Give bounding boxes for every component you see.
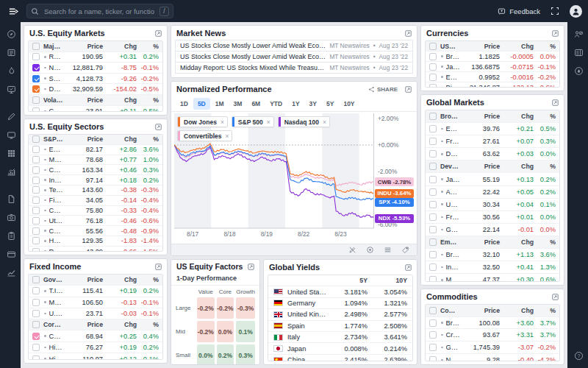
table-row[interactable]: Bitcoin 21,346.87 -132.13 -0.6% bbox=[426, 82, 559, 88]
search-input[interactable] bbox=[43, 7, 156, 16]
table-row[interactable]: Russell 2000 190.95 +0.31 0.2% bbox=[29, 52, 162, 63]
feedback-button[interactable]: Feedback bbox=[498, 7, 540, 15]
factor-cell[interactable]: 0.2% bbox=[217, 344, 234, 365]
factor-cell[interactable]: -0.3% bbox=[236, 297, 255, 319]
row-checkbox[interactable] bbox=[429, 213, 437, 221]
row-checkbox[interactable] bbox=[429, 176, 437, 183]
avatar[interactable] bbox=[570, 5, 582, 18]
expand-icon[interactable] bbox=[405, 86, 412, 93]
factor-cell[interactable]: -0.2% bbox=[217, 297, 234, 319]
table-row[interactable]: High Yield 76.27 +0.19 0.2% bbox=[29, 342, 162, 353]
table-row[interactable]: S&P Sector ETFs Price Chg % bbox=[29, 135, 162, 145]
fullscreen-icon[interactable] bbox=[551, 7, 559, 15]
row-checkbox[interactable] bbox=[429, 150, 437, 158]
tag-icon[interactable] bbox=[401, 246, 409, 254]
table-row[interactable]: Health Care 129.35 -1.83 -1.4% bbox=[29, 236, 162, 247]
table-row[interactable]: Cons. Discretionary 163.34 +0.46 0.3% bbox=[29, 165, 162, 175]
row-checkbox[interactable] bbox=[429, 138, 437, 145]
row-checkbox[interactable] bbox=[429, 276, 437, 282]
table-row[interactable]: Brent Crude 100.08 +3.60 3.7% bbox=[426, 317, 559, 330]
sidebar-item-help[interactable]: ? bbox=[567, 347, 588, 365]
range-button[interactable]: 3M bbox=[229, 98, 247, 110]
row-checkbox[interactable] bbox=[429, 263, 437, 271]
expand-icon[interactable] bbox=[155, 263, 162, 270]
legend-chip[interactable]: Dow Jones × bbox=[177, 116, 228, 127]
range-button[interactable]: 1M bbox=[211, 98, 229, 110]
row-checkbox[interactable] bbox=[429, 319, 437, 327]
row-checkbox[interactable] bbox=[429, 188, 437, 196]
legend-close-icon[interactable]: × bbox=[220, 118, 224, 126]
sidebar-item-camera[interactable] bbox=[0, 208, 21, 227]
sidebar-item-markets[interactable] bbox=[0, 62, 21, 80]
performance-chart[interactable]: Dow Jones × S&P 500 × bbox=[174, 113, 374, 230]
row-checkbox[interactable] bbox=[32, 287, 40, 294]
table-row[interactable]: Volatility Index Price Chg % bbox=[29, 95, 162, 106]
table-row[interactable]: United Kingdom 30.34 +0.04 0.1% bbox=[426, 199, 559, 211]
factor-cell[interactable]: 0.1% bbox=[236, 321, 255, 342]
legend-close-icon[interactable]: × bbox=[323, 118, 326, 126]
table-row[interactable]: Materials 78.68 +0.77 1.0% bbox=[29, 155, 162, 166]
row-checkbox[interactable] bbox=[32, 248, 40, 252]
range-button[interactable]: 3Y bbox=[305, 98, 321, 110]
annotations-off-icon[interactable] bbox=[348, 246, 356, 254]
table-row[interactable]: Major Indices & ETFs Price Chg % bbox=[29, 41, 162, 52]
row-checkbox[interactable] bbox=[32, 96, 40, 104]
row-checkbox[interactable] bbox=[32, 207, 40, 214]
news-item[interactable]: US Stocks Close Mostly Lower Amid Weak E… bbox=[175, 51, 413, 63]
sidebar-item-news[interactable] bbox=[567, 43, 588, 62]
sidebar-item-desktop[interactable] bbox=[0, 126, 21, 144]
share-button[interactable]: SHARE bbox=[368, 86, 398, 93]
row-checkbox[interactable] bbox=[429, 74, 437, 81]
sidebar-item-charts[interactable] bbox=[0, 163, 21, 181]
news-item[interactable]: Midday Report: US Stocks Mixed While Tre… bbox=[175, 62, 413, 74]
table-row[interactable]: Financials 34.05 -0.14 -0.4% bbox=[29, 196, 162, 206]
row-checkbox[interactable] bbox=[32, 333, 40, 340]
row-checkbox[interactable] bbox=[32, 64, 40, 71]
table-row[interactable]: Brazil 32.10 +1.13 3.6% bbox=[426, 249, 559, 261]
row-checkbox[interactable] bbox=[32, 107, 40, 112]
legend-close-icon[interactable]: × bbox=[267, 118, 270, 126]
table-row[interactable]: Gold 1,745.39 -3.07 -0.2% bbox=[426, 342, 559, 354]
range-button[interactable]: YTD bbox=[265, 98, 287, 110]
events-icon[interactable] bbox=[366, 246, 374, 254]
table-row[interactable]: T.I.P.S 115.41 +0.19 0.2% bbox=[29, 286, 162, 297]
row-checkbox[interactable] bbox=[32, 166, 40, 174]
table-row[interactable]: CBOE VIX 23.91 +0.11 0.5% bbox=[29, 106, 162, 112]
row-checkbox[interactable] bbox=[429, 226, 437, 233]
row-checkbox[interactable] bbox=[429, 356, 437, 361]
row-checkbox[interactable] bbox=[32, 197, 40, 204]
sidebar-item-analytics[interactable] bbox=[0, 263, 21, 282]
row-checkbox[interactable] bbox=[429, 344, 437, 351]
row-checkbox[interactable] bbox=[429, 307, 437, 314]
sidebar-item-watchlist[interactable] bbox=[0, 43, 21, 62]
sidebar-item-compass[interactable] bbox=[0, 25, 21, 43]
expand-icon[interactable] bbox=[405, 30, 412, 37]
row-checkbox[interactable] bbox=[429, 113, 437, 120]
table-row[interactable]: Energy 82.17 +2.86 3.6% bbox=[29, 145, 162, 155]
table-row[interactable]: Japanese Yen 136.6875 -0.0715 -0.1% bbox=[426, 62, 559, 72]
table-row[interactable]: Emerging Markets Price Chg % bbox=[426, 236, 559, 249]
sidebar-item-notes[interactable] bbox=[0, 107, 21, 126]
table-row[interactable]: Emerging 39.76 +0.21 0.5% bbox=[426, 123, 559, 135]
legend-chip[interactable]: Nasdaq 100 × bbox=[278, 116, 330, 127]
table-row[interactable]: India 32.50 +0.41 1.3% bbox=[426, 261, 559, 274]
row-checkbox[interactable] bbox=[429, 43, 437, 50]
sidebar-item-apps[interactable] bbox=[0, 144, 21, 163]
table-row[interactable]: S&P 500 4,128.73 -9.26 -0.2% bbox=[29, 74, 162, 85]
row-checkbox[interactable] bbox=[32, 355, 40, 360]
row-checkbox[interactable] bbox=[32, 186, 40, 194]
row-checkbox[interactable] bbox=[32, 53, 40, 60]
yield-row[interactable]: 5Y 10Y bbox=[268, 275, 412, 286]
row-checkbox[interactable] bbox=[32, 146, 40, 153]
row-checkbox[interactable] bbox=[32, 237, 40, 244]
expand-icon[interactable] bbox=[552, 294, 559, 300]
table-row[interactable]: Convertibles 68.94 +0.25 0.4% bbox=[29, 330, 162, 342]
row-checkbox[interactable] bbox=[32, 344, 40, 351]
table-row[interactable]: Municipals 106.50 -0.13 -0.1% bbox=[29, 297, 162, 308]
expand-icon[interactable] bbox=[552, 30, 559, 37]
factor-cell[interactable]: -0.2% bbox=[197, 297, 215, 319]
expand-icon[interactable] bbox=[155, 124, 162, 130]
factor-cell[interactable]: 0.0% bbox=[217, 321, 234, 342]
table-row[interactable]: USD FX Crosses Price Chg % bbox=[426, 41, 559, 52]
table-row[interactable]: Dow Jones 32,909.59 -154.02 -0.5% bbox=[29, 84, 162, 95]
